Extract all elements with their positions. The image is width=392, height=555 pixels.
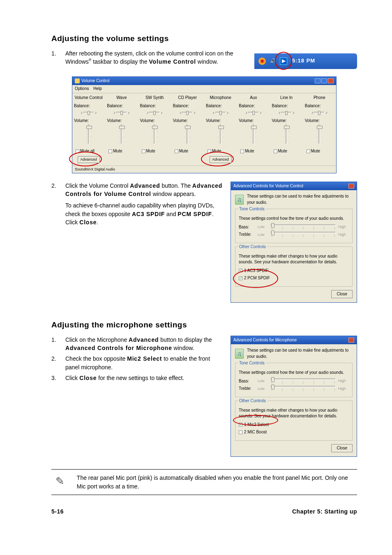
mute-checkbox[interactable] <box>142 150 145 153</box>
text-fragment: window appears. <box>151 191 196 197</box>
balance-slider[interactable] <box>149 112 160 113</box>
volume-label: Volume: <box>74 118 103 124</box>
balance-slider[interactable] <box>248 112 259 113</box>
advanced-vc-dialog: Advanced Controls for Volume Control ♫ T… <box>231 182 357 303</box>
slider-icon: ♫ <box>235 349 244 359</box>
tray-icon-orange: ◉ <box>258 58 266 65</box>
balance-slider[interactable] <box>281 112 292 113</box>
pcm-spdif-checkbox[interactable] <box>239 276 242 280</box>
mic-boost-checkbox[interactable] <box>239 431 242 434</box>
text-fragment: and <box>165 211 178 217</box>
note-callout: ✎ The rear panel Mic port (pink) is auto… <box>51 469 357 495</box>
mute-checkbox[interactable] <box>240 150 244 153</box>
balance-slider[interactable] <box>83 112 94 113</box>
mute-label: Mute <box>212 148 221 154</box>
advanced-button-mic[interactable]: Advanced <box>210 156 232 163</box>
col-title: Wave <box>107 95 136 101</box>
tray-time: 5:18 PM <box>292 57 315 65</box>
col-title: Line In <box>272 95 301 101</box>
heading-volume: Adjusting the volume settings <box>51 33 357 44</box>
pcm-spdif-label: 2 PCM SPDIF <box>244 275 270 281</box>
volume-slider[interactable] <box>154 124 155 144</box>
highlight-oval <box>275 52 292 70</box>
mixer-col-linein: Line In Balance: ♪♪ Volume: -------- Mut… <box>270 93 303 166</box>
speaker-left-icon: ♪ <box>81 110 83 115</box>
bold-fragment: PCM SPDIF <box>178 211 212 217</box>
volume-slider[interactable] <box>253 124 254 144</box>
volume-slider[interactable] <box>121 124 122 144</box>
menubar: Options Help <box>72 85 336 93</box>
ac3-spdif-checkbox[interactable] <box>239 269 242 272</box>
other-description: These settings make other changes to how… <box>239 408 349 419</box>
mic-step1-text: Click on the Microphone Advanced button … <box>65 336 224 352</box>
slider-icon: ♫ <box>235 195 244 205</box>
balance-slider[interactable] <box>314 112 325 113</box>
bold-fragment: Close <box>79 219 97 226</box>
volume-label: Volume: <box>239 118 268 124</box>
treble-label: Treble: <box>239 386 255 392</box>
mute-checkbox[interactable] <box>208 150 211 153</box>
mic-step2-num: 2. <box>51 355 65 371</box>
tone-description: These settings control how the tone of y… <box>239 216 349 222</box>
step1-num: 1. <box>51 49 65 66</box>
bold-fragment: Mic2 Select <box>127 355 162 362</box>
bass-slider[interactable] <box>271 378 336 380</box>
menu-options[interactable]: Options <box>75 86 89 91</box>
treble-slider[interactable] <box>271 386 336 387</box>
tone-legend: Tone Controls <box>238 360 266 366</box>
close-button[interactable] <box>348 184 354 189</box>
mute-checkbox[interactable] <box>175 150 178 153</box>
close-button[interactable]: Close <box>331 444 353 453</box>
mute-checkbox[interactable] <box>307 150 310 153</box>
mute-all-label: Mute all <box>80 148 95 154</box>
mute-checkbox[interactable] <box>108 150 112 153</box>
bold-fragment: Advanced <box>129 336 159 343</box>
low-label: Low <box>258 232 268 237</box>
col-title: Aux <box>239 95 268 101</box>
volume-label: Volume: <box>107 118 136 124</box>
text-fragment: window. <box>172 345 194 351</box>
mic-step2-text: Check the box opposite Mic2 Select to en… <box>65 355 224 371</box>
close-button[interactable]: Close <box>331 290 353 299</box>
mic2-select-checkbox[interactable] <box>239 423 242 426</box>
menu-help[interactable]: Help <box>93 86 102 91</box>
mute-label: Mute <box>113 148 122 154</box>
bass-slider[interactable] <box>271 224 336 226</box>
close-button[interactable] <box>328 78 334 83</box>
close-button[interactable] <box>348 338 354 343</box>
col-title: SW Synth <box>140 95 169 101</box>
mixer-col-aux: Aux Balance: ♪♪ Volume: -------- Mute <box>237 93 270 166</box>
maximize-button[interactable] <box>321 78 327 83</box>
volume-slider[interactable] <box>88 124 90 144</box>
mic2-select-label: 1 Mic2 Select <box>244 422 269 428</box>
advanced-mic-dialog: Advanced Controls for Microphone ♫ These… <box>231 336 357 457</box>
col-title: Phone <box>305 95 334 101</box>
window-titlebar: Volume Control <box>72 77 336 85</box>
volume-slider[interactable] <box>187 124 188 144</box>
text-fragment: Click <box>65 375 79 381</box>
mute-checkbox[interactable] <box>274 150 277 153</box>
dialog-description: These settings can be used to make fine … <box>247 193 353 205</box>
volume-label: Volume: <box>206 118 235 124</box>
other-description: These settings make other changes to how… <box>239 253 349 265</box>
mute-all-checkbox[interactable] <box>76 150 79 153</box>
high-label: High <box>338 386 349 391</box>
page-footer: 5-16 Chapter 5: Starting up <box>51 507 357 516</box>
volume-slider[interactable] <box>286 124 287 144</box>
mic-step3-num: 3. <box>51 374 65 382</box>
balance-slider[interactable] <box>215 112 226 113</box>
other-legend: Other Controls <box>238 244 267 250</box>
minimize-button[interactable] <box>315 78 321 83</box>
volume-label: Volume: <box>140 118 169 124</box>
balance-slider[interactable] <box>116 112 127 113</box>
balance-slider[interactable] <box>182 112 193 113</box>
mic-step3-text: Click Close for the new settings to take… <box>65 374 224 382</box>
treble-slider[interactable] <box>271 232 336 233</box>
high-label: High <box>338 224 349 230</box>
text-fragment: Click on the Microphone <box>65 336 129 343</box>
advanced-button[interactable]: Advanced <box>78 156 100 163</box>
volume-slider[interactable] <box>318 124 320 144</box>
treble-label: Treble: <box>239 232 255 238</box>
volume-slider[interactable] <box>220 124 221 144</box>
step2-text: Click the Volume Control Advanced button… <box>65 182 224 226</box>
